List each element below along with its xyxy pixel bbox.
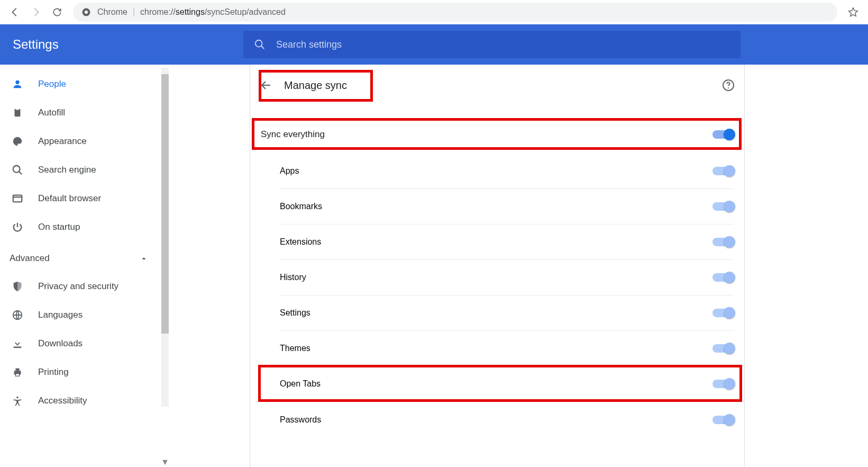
- sidebar-item-label: Search engine: [38, 165, 96, 175]
- svg-rect-5: [15, 109, 21, 117]
- search-icon: [12, 164, 23, 176]
- sidebar-item-search-engine[interactable]: Search engine: [0, 156, 169, 184]
- help-icon[interactable]: [722, 79, 735, 92]
- sidebar: ▲ ▼ People Autofill Appearance Sea: [0, 65, 169, 467]
- globe-icon: [12, 309, 23, 321]
- accessibility-icon: [12, 395, 23, 407]
- chevron-up-icon: [140, 255, 148, 262]
- sync-toggle-bookmarks[interactable]: [712, 202, 734, 211]
- sidebar-item-label: People: [38, 79, 66, 89]
- reload-button[interactable]: [48, 3, 67, 22]
- sidebar-item-languages[interactable]: Languages: [0, 301, 169, 329]
- sidebar-item-people[interactable]: People: [0, 70, 169, 98]
- omnibox-prefix: Chrome: [97, 7, 127, 17]
- printer-icon: [12, 366, 23, 378]
- sync-toggle-apps[interactable]: [712, 167, 734, 175]
- sidebar-item-autofill[interactable]: Autofill: [0, 98, 169, 127]
- browser-toolbar: Chrome | chrome://settings/syncSetup/adv…: [0, 0, 868, 24]
- bookmark-star-button[interactable]: [844, 3, 863, 22]
- svg-point-2: [255, 40, 262, 47]
- palette-icon: [12, 136, 23, 147]
- sidebar-item-label: Default browser: [38, 193, 101, 204]
- sync-item-settings: Settings: [280, 295, 734, 331]
- svg-point-7: [13, 166, 20, 173]
- sync-item-label: Apps: [280, 166, 299, 176]
- svg-point-4: [15, 80, 19, 84]
- sidebar-item-label: On startup: [38, 222, 80, 232]
- back-button[interactable]: [5, 3, 24, 22]
- search-input[interactable]: [276, 39, 730, 50]
- omnibox-separator: |: [133, 7, 135, 17]
- section-header: Manage sync: [250, 65, 744, 106]
- chrome-icon: [81, 7, 91, 17]
- clipboard-icon: [12, 107, 23, 119]
- svg-point-16: [16, 397, 19, 399]
- settings-card: Manage sync Sync everything Apps Bo: [250, 65, 745, 467]
- sidebar-item-label: Appearance: [38, 136, 87, 147]
- app-header: Settings: [0, 24, 868, 65]
- sidebar-item-label: Autofill: [38, 107, 65, 118]
- sync-item-label: History: [280, 273, 306, 282]
- sidebar-scroll-thumb[interactable]: [161, 74, 169, 334]
- svg-point-18: [728, 87, 729, 88]
- page-title: Settings: [13, 37, 243, 52]
- sync-item-history: History: [280, 260, 734, 295]
- sync-item-extensions: Extensions: [280, 224, 734, 260]
- sync-everything-toggle[interactable]: [712, 130, 734, 139]
- omnibox[interactable]: Chrome | chrome://settings/syncSetup/adv…: [73, 3, 837, 22]
- svg-rect-15: [15, 374, 19, 376]
- forward-button[interactable]: [26, 3, 45, 22]
- power-icon: [12, 221, 23, 233]
- sync-item-label: Bookmarks: [280, 202, 322, 211]
- sidebar-item-accessibility[interactable]: Accessibility: [0, 387, 169, 415]
- sync-item-bookmarks: Bookmarks: [280, 189, 734, 224]
- svg-rect-9: [13, 195, 22, 202]
- svg-point-1: [85, 11, 88, 14]
- svg-rect-14: [15, 369, 19, 371]
- sync-toggle-extensions[interactable]: [712, 238, 734, 246]
- sync-toggle-passwords[interactable]: [712, 416, 734, 424]
- person-icon: [12, 78, 23, 90]
- sidebar-item-appearance[interactable]: Appearance: [0, 127, 169, 156]
- svg-line-3: [261, 46, 264, 49]
- sync-sub-list: Apps Bookmarks Extensions History Settin…: [250, 154, 744, 437]
- sync-item-label: Passwords: [280, 415, 321, 425]
- scrollbar-down-icon[interactable]: ▼: [161, 459, 169, 466]
- sync-toggle-open-tabs[interactable]: [712, 380, 734, 388]
- main-content: Manage sync Sync everything Apps Bo: [169, 65, 868, 467]
- sidebar-item-label: Printing: [38, 367, 69, 378]
- sync-everything-label: Sync everything: [261, 129, 325, 140]
- sidebar-item-printing[interactable]: Printing: [0, 358, 169, 387]
- sync-toggle-settings[interactable]: [712, 309, 734, 317]
- back-arrow-button[interactable]: [260, 79, 272, 92]
- sidebar-item-label: Accessibility: [38, 396, 87, 406]
- sidebar-item-privacy[interactable]: Privacy and security: [0, 272, 169, 301]
- sidebar-item-label: Languages: [38, 310, 83, 320]
- sync-item-label: Settings: [280, 308, 310, 318]
- svg-rect-6: [16, 108, 19, 110]
- search-icon: [254, 39, 266, 50]
- browser-icon: [12, 193, 23, 204]
- sync-item-apps: Apps: [280, 154, 734, 189]
- section-title: Manage sync: [284, 79, 347, 92]
- sidebar-advanced-toggle[interactable]: Advanced: [0, 245, 169, 272]
- download-icon: [12, 338, 23, 349]
- search-bar[interactable]: [243, 31, 741, 58]
- sidebar-item-default-browser[interactable]: Default browser: [0, 184, 169, 213]
- shield-icon: [12, 281, 23, 292]
- sync-item-label: Open Tabs: [280, 379, 321, 389]
- sync-toggle-themes[interactable]: [712, 344, 734, 353]
- sidebar-item-downloads[interactable]: Downloads: [0, 329, 169, 358]
- sync-item-open-tabs: Open Tabs: [280, 366, 734, 402]
- sync-everything-row: Sync everything: [250, 119, 744, 150]
- omnibox-url: chrome://settings/syncSetup/advanced: [140, 7, 286, 17]
- sidebar-item-on-startup[interactable]: On startup: [0, 213, 169, 241]
- sidebar-item-label: Downloads: [38, 338, 83, 349]
- sync-item-passwords: Passwords: [280, 402, 734, 437]
- sidebar-item-label: Privacy and security: [38, 281, 118, 292]
- sync-item-themes: Themes: [280, 331, 734, 366]
- sync-item-label: Extensions: [280, 237, 321, 247]
- sync-toggle-history[interactable]: [712, 273, 734, 282]
- sync-item-label: Themes: [280, 344, 310, 353]
- advanced-label: Advanced: [10, 253, 50, 264]
